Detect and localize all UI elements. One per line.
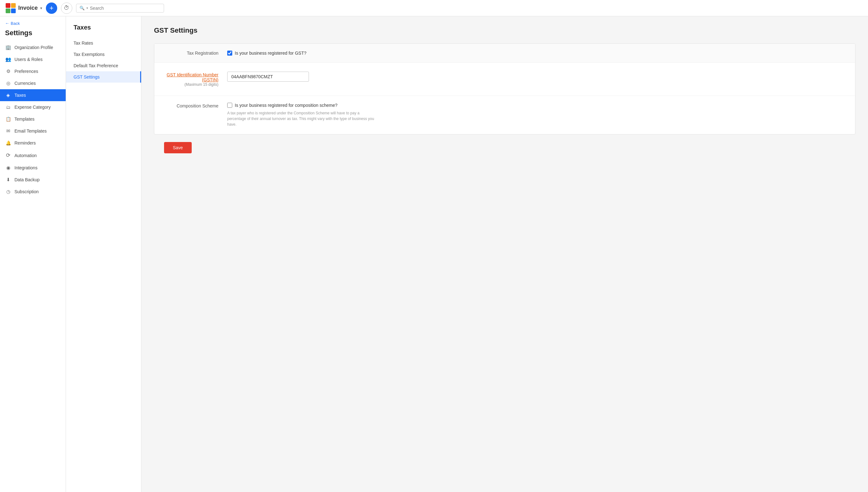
composition-scheme-label: Composition Scheme	[164, 103, 227, 108]
save-button[interactable]: Save	[164, 142, 192, 153]
sidebar-title: Settings	[0, 28, 66, 42]
gstin-control	[227, 72, 309, 82]
sidebar-item-preferences[interactable]: Preferences	[0, 65, 66, 77]
subscription-icon	[5, 189, 11, 195]
sidebar-item-reminders[interactable]: Reminders	[0, 137, 66, 149]
save-area: Save	[154, 134, 855, 161]
reminders-icon	[5, 140, 11, 146]
tax-registration-label: Tax Registration	[164, 51, 227, 56]
sidebar-item-label: Automation	[15, 153, 37, 158]
sub-nav-title: Taxes	[66, 24, 141, 38]
main-layout: ← Back Settings Organization Profile Use…	[0, 16, 868, 492]
sidebar-item-data-backup[interactable]: Data Backup	[0, 174, 66, 186]
currency-icon	[5, 80, 11, 86]
logo-dropdown-icon: ▾	[40, 6, 42, 10]
search-dropdown-icon: ▾	[87, 6, 88, 10]
svg-rect-4	[11, 8, 16, 13]
gst-settings-card: Tax Registration Is your business regist…	[154, 43, 855, 134]
sidebar-item-label: Reminders	[15, 141, 36, 145]
sub-nav-item-gst-settings[interactable]: GST Settings	[66, 71, 141, 83]
composition-scheme-checkbox[interactable]	[227, 103, 232, 108]
sub-nav-item-tax-exemptions[interactable]: Tax Exemptions	[66, 49, 141, 60]
gstin-link[interactable]: GST Identification Number (GSTIN)	[164, 72, 218, 82]
sidebar-item-label: Taxes	[15, 93, 26, 98]
gstin-input[interactable]	[227, 72, 309, 82]
sidebar-item-automation[interactable]: Automation	[0, 149, 66, 162]
templates-icon	[5, 116, 11, 122]
sidebar-item-label: Data Backup	[15, 177, 40, 182]
history-button[interactable]: ⏱	[61, 2, 72, 14]
sidebar-item-label: Preferences	[15, 69, 38, 74]
back-arrow-icon: ←	[5, 21, 9, 26]
tax-registration-row: Tax Registration Is your business regist…	[154, 44, 855, 63]
sidebar-item-users-roles[interactable]: Users & Roles	[0, 53, 66, 65]
back-button[interactable]: ← Back	[0, 16, 66, 28]
sidebar-item-email-templates[interactable]: Email Templates	[0, 125, 66, 137]
sidebar-item-label: Templates	[15, 117, 34, 122]
composition-scheme-checkbox-label[interactable]: Is your business registered for composit…	[235, 103, 338, 108]
sidebar-item-label: Email Templates	[15, 128, 47, 133]
sidebar-item-templates[interactable]: Templates	[0, 113, 66, 125]
logo-area[interactable]: Invoice ▾	[5, 2, 42, 14]
sidebar: ← Back Settings Organization Profile Use…	[0, 16, 66, 492]
sidebar-item-subscription[interactable]: Subscription	[0, 186, 66, 198]
page-title: GST Settings	[154, 26, 855, 34]
sidebar-item-taxes[interactable]: Taxes	[0, 89, 66, 101]
sub-nav-item-tax-rates[interactable]: Tax Rates	[66, 38, 141, 49]
users-icon	[5, 56, 11, 62]
sidebar-item-integrations[interactable]: Integrations	[0, 162, 66, 174]
back-label: Back	[11, 21, 20, 26]
sub-nav: Taxes Tax Rates Tax Exemptions Default T…	[66, 16, 141, 492]
svg-rect-2	[11, 3, 16, 8]
gst-registered-checkbox[interactable]	[227, 51, 232, 56]
zoho-logo	[5, 2, 16, 14]
search-input[interactable]	[90, 6, 161, 11]
sidebar-item-label: Subscription	[15, 189, 39, 194]
sidebar-item-label: Currencies	[15, 81, 36, 86]
sidebar-item-label: Integrations	[15, 165, 38, 170]
sidebar-item-label: Users & Roles	[15, 57, 43, 62]
gstin-sub-label: (Maximum 15 digits)	[164, 82, 218, 87]
sub-nav-item-default-tax-preference[interactable]: Default Tax Preference	[66, 60, 141, 71]
composition-scheme-control: Is your business registered for composit…	[227, 103, 378, 127]
automation-icon	[5, 152, 11, 159]
topbar: Invoice ▾ + ⏱ 🔍 ▾	[0, 0, 868, 16]
integrations-icon	[5, 165, 11, 171]
search-icon: 🔍	[79, 6, 85, 10]
svg-rect-1	[6, 3, 10, 8]
sidebar-item-label: Organization Profile	[15, 45, 53, 50]
app-name: Invoice	[18, 5, 38, 11]
gstin-label-area: GST Identification Number (GSTIN) (Maxim…	[164, 72, 227, 87]
gstin-row: GST Identification Number (GSTIN) (Maxim…	[154, 63, 855, 96]
backup-icon	[5, 177, 11, 182]
expense-icon	[5, 104, 11, 110]
sidebar-item-expense-category[interactable]: Expense Category	[0, 101, 66, 113]
org-icon	[5, 45, 11, 50]
add-button[interactable]: +	[46, 2, 57, 14]
composition-scheme-description: A tax payer who is registered under the …	[227, 110, 378, 127]
sidebar-item-label: Expense Category	[15, 105, 51, 109]
svg-rect-3	[6, 8, 10, 13]
email-icon	[5, 128, 11, 134]
tax-registration-control: Is your business registered for GST?	[227, 51, 307, 56]
content-area: GST Settings Tax Registration Is your bu…	[141, 16, 868, 492]
sidebar-item-organization-profile[interactable]: Organization Profile	[0, 42, 66, 53]
prefs-icon	[5, 69, 11, 74]
taxes-icon	[5, 92, 11, 98]
search-bar: 🔍 ▾	[76, 4, 164, 13]
gst-registered-label[interactable]: Is your business registered for GST?	[235, 51, 307, 56]
composition-scheme-row: Composition Scheme Is your business regi…	[154, 96, 855, 134]
sidebar-item-currencies[interactable]: Currencies	[0, 77, 66, 89]
